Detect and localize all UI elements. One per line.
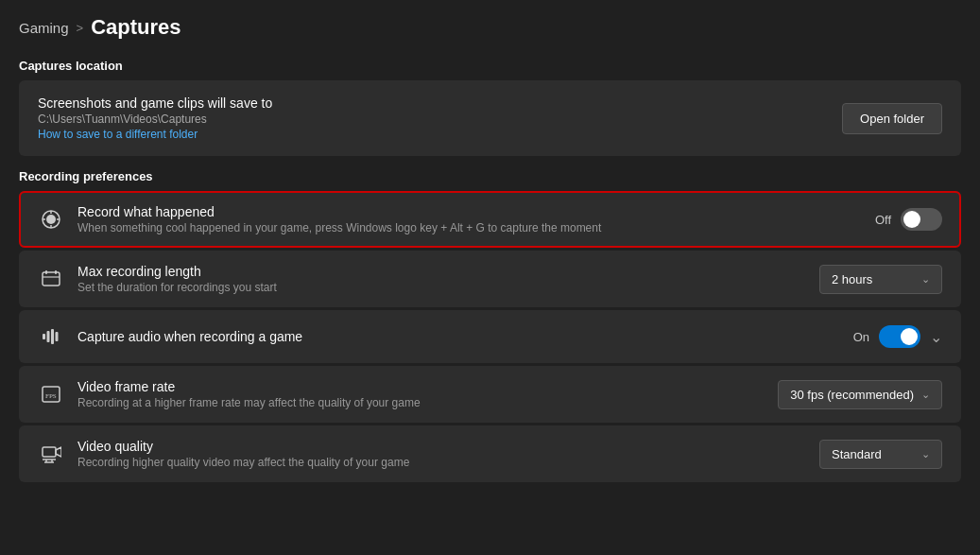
capture-audio-toggle-label: On [853,330,869,344]
captures-location-title: Captures location [19,59,961,73]
video-quality-value: Standard [832,447,882,461]
video-frame-rate-title: Video frame rate [77,379,765,394]
breadcrumb-separator: > [77,21,84,35]
video-frame-rate-controls: 30 fps (recommended) ⌄ [778,380,942,409]
record-what-happened-text: Record what happened When something cool… [77,204,862,234]
capture-audio-expand-icon[interactable]: ⌄ [930,328,942,346]
capture-audio-toggle[interactable] [879,325,920,348]
open-folder-button[interactable]: Open folder [842,103,942,134]
record-what-happened-controls: Off [875,208,942,231]
video-frame-rate-text: Video frame rate Recording at a higher f… [77,379,765,409]
video-quality-icon [38,441,64,467]
video-frame-rate-dropdown[interactable]: 30 fps (recommended) ⌄ [778,380,942,409]
recording-preferences-title: Recording preferences [19,169,961,183]
svg-point-1 [46,215,56,224]
svg-rect-16 [43,447,56,457]
svg-rect-8 [55,270,57,274]
svg-rect-6 [43,272,60,286]
max-recording-length-row: Max recording length Set the duration fo… [19,251,961,307]
video-quality-subtitle: Recording higher quality video may affec… [77,456,806,469]
video-quality-controls: Standard ⌄ [819,440,942,469]
captures-location-card: Screenshots and game clips will save to … [19,80,961,156]
breadcrumb-gaming[interactable]: Gaming [19,20,69,36]
content-area: Captures location Screenshots and game c… [0,59,980,482]
breadcrumb-captures: Captures [91,15,181,40]
max-recording-length-dropdown[interactable]: 2 hours ⌄ [819,265,942,294]
max-recording-length-title: Max recording length [77,264,806,279]
svg-marker-17 [56,447,61,457]
svg-rect-11 [47,331,50,342]
svg-rect-13 [56,332,59,341]
record-icon [38,206,64,233]
record-what-happened-subtitle: When something cool happened in your gam… [77,221,862,234]
max-recording-length-value: 2 hours [832,272,872,286]
quality-chevron-down-icon: ⌄ [921,448,930,460]
svg-rect-7 [45,270,47,274]
record-toggle[interactable] [901,208,942,231]
fps-chevron-down-icon: ⌄ [921,389,930,401]
video-quality-row: Video quality Recording higher quality v… [19,425,961,482]
video-quality-title: Video quality [77,439,806,454]
record-toggle-label: Off [875,213,891,227]
capture-audio-row: Capture audio when recording a game On ⌄ [19,310,961,363]
svg-rect-10 [43,334,45,339]
header: Gaming > Captures [0,0,980,49]
capture-audio-text: Capture audio when recording a game [77,329,840,344]
video-frame-rate-value: 30 fps (recommended) [790,388,914,402]
max-recording-length-controls: 2 hours ⌄ [819,265,942,294]
video-frame-rate-subtitle: Recording at a higher frame rate may aff… [77,396,765,409]
max-recording-length-text: Max recording length Set the duration fo… [77,264,806,294]
video-quality-text: Video quality Recording higher quality v… [77,439,806,469]
recording-length-icon [38,266,64,292]
svg-text:FPS: FPS [45,392,57,400]
video-frame-rate-row: FPS Video frame rate Recording at a high… [19,366,961,423]
record-what-happened-title: Record what happened [77,204,862,219]
captures-location-info: Screenshots and game clips will save to … [38,95,829,141]
recording-preferences-section: Recording preferences Record what happen… [19,169,961,482]
fps-icon: FPS [38,381,64,408]
svg-rect-12 [51,329,54,344]
max-recording-length-subtitle: Set the duration for recordings you star… [77,281,806,294]
captures-location-card-title: Screenshots and game clips will save to [38,95,829,111]
capture-audio-controls: On ⌄ [853,325,942,348]
capture-audio-title: Capture audio when recording a game [77,329,840,344]
capture-audio-toggle-thumb [901,328,918,345]
how-to-save-link[interactable]: How to save to a different folder [38,128,198,141]
captures-path: C:\Users\Tuanm\Videos\Captures [38,113,829,126]
video-quality-dropdown[interactable]: Standard ⌄ [819,440,942,469]
audio-icon [38,323,64,350]
record-what-happened-row: Record what happened When something cool… [19,191,961,248]
chevron-down-icon: ⌄ [921,273,930,286]
toggle-thumb [903,211,920,228]
